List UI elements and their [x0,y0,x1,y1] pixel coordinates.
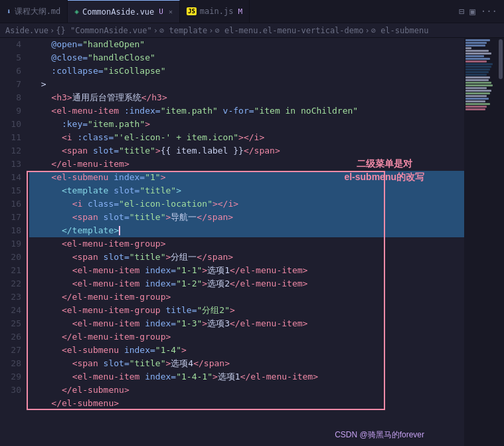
code-line-24: <el-menu-item-group title="分组2"> [29,304,464,317]
watermark: CSDN @骑黑马的forever [335,429,424,441]
breadcrumb-common-aside: {} "CommonAside.vue" [56,26,152,35]
breadcrumb-el-menu: ⊘ el-menu.el-menu-vertical-demo [214,26,363,35]
code-line-23: </el-menu-item-group> [29,290,464,304]
code-line-21: <el-menu-item index="1-1">选项1</el-menu-i… [29,264,464,277]
code-lines: @open="handleOpen" @close="handleClose" … [29,38,464,410]
code-line-14: <el-submenu index="1"> [29,171,464,184]
more-icon[interactable]: ··· [481,6,497,17]
code-line-22: <el-menu-item index="1-2">选项2</el-menu-i… [29,277,464,290]
tab-vue-close[interactable]: ✕ [169,8,173,15]
text-cursor [119,226,120,235]
code-line-8: <h3>通用后台管理系统</h3> [29,91,464,104]
code-content[interactable]: 二级菜单是对 el-submenu的改写 CSDN @骑黑马的forever @… [27,38,464,446]
vue-icon: ◈ [74,7,79,16]
tab-js[interactable]: JS main.js M [180,0,250,23]
code-line-20: <span slot="title">分组一</span> [29,251,464,264]
tab-js-badge: M [238,7,242,16]
minimap-content [464,38,497,112]
code-line-17: <span slot="title">导航一</span> [29,211,464,224]
tab-vue-label: CommonAside.vue [82,7,154,17]
scrollbar-thumb[interactable] [499,39,503,79]
code-line-4: @open="handleOpen" [29,38,464,51]
code-line-27: <el-submenu index="1-4"> [29,344,464,357]
code-line-15: <template slot="title"> [29,184,464,197]
code-line-19: <el-menu-item-group> [29,237,464,251]
breadcrumb-el-submenu: ⊘ el-submenu [371,26,429,35]
code-line-7: > [29,78,464,91]
tab-md-label: 课程大纲.md [15,6,61,17]
layout-icon[interactable]: ▣ [469,6,475,17]
code-line-26: </el-menu-item-group> [29,330,464,344]
tab-actions: ⊟ ▣ ··· [459,6,504,17]
tab-vue-badge: U [159,7,163,16]
tab-js-label: main.js [200,7,234,16]
code-line-13: </el-menu-item> [29,158,464,171]
code-line-25: <el-menu-item index="1-3">选项3</el-menu-i… [29,317,464,330]
js-icon: JS [187,7,197,15]
breadcrumb-template: ⊘ template [159,26,207,35]
code-line-31: </el-submenu> [29,397,464,410]
tab-bar: ⬇ 课程大纲.md ◈ CommonAside.vue U ✕ JS main.… [0,0,504,23]
code-line-18: </template> [29,224,464,237]
code-line-12: <span slot="title">{{ item.label }}</spa… [29,144,464,158]
tab-md[interactable]: ⬇ 课程大纲.md [0,0,68,23]
code-area: 4 5 6 7 8 9 10 11 12 13 14 15 16 17 18 1… [0,38,504,446]
code-line-6: :collapse="isCollapse" [29,64,464,78]
code-line-10: :key="item.path"> [29,118,464,131]
code-line-11: <i :class="'el-icon-' + item.icon"></i> [29,131,464,144]
code-line-16: <i class="el-icon-location"></i> [29,197,464,211]
split-editor-icon[interactable]: ⊟ [459,6,464,17]
editor-window: ⬇ 课程大纲.md ◈ CommonAside.vue U ✕ JS main.… [0,0,504,446]
breadcrumb-aside: Aside.vue [5,26,48,35]
code-line-5: @close="handleClose" [29,51,464,64]
vertical-scrollbar[interactable] [497,38,504,446]
tab-vue[interactable]: ◈ CommonAside.vue U ✕ [68,0,180,23]
minimap [464,38,497,446]
code-line-29: <el-menu-item index="1-4-1">选项1</el-menu… [29,370,464,384]
line-numbers: 4 5 6 7 8 9 10 11 12 13 14 15 16 17 18 1… [0,38,27,446]
code-line-30: </el-submenu> [29,384,464,397]
code-line-28: <span slot="title">选项4</span> [29,357,464,370]
md-icon: ⬇ [7,7,11,16]
breadcrumb: Aside.vue › {} "CommonAside.vue" › ⊘ tem… [0,23,504,38]
code-line-9: <el-menu-item :index="item.path" v-for="… [29,104,464,118]
